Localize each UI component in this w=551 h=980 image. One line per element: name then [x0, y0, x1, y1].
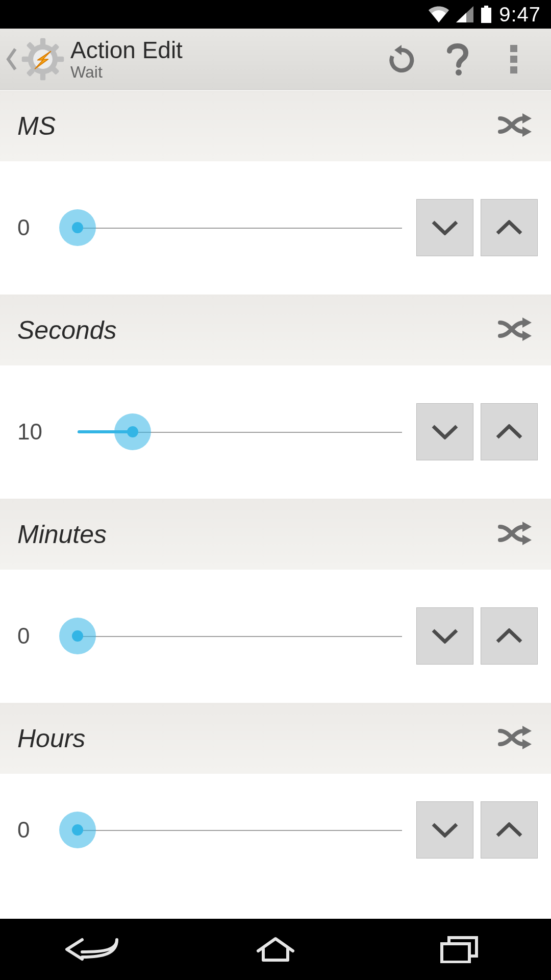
increment-button[interactable] — [481, 403, 538, 460]
shuffle-icon[interactable] — [498, 521, 534, 548]
increment-button[interactable] — [481, 607, 538, 665]
help-button[interactable] — [430, 29, 486, 90]
param-label: Seconds — [17, 315, 498, 345]
increment-button[interactable] — [481, 199, 538, 256]
svg-rect-5 — [22, 56, 29, 61]
svg-rect-0 — [484, 6, 488, 8]
svg-rect-1 — [481, 8, 491, 23]
param-minutes: Minutes 0 — [0, 498, 551, 702]
svg-rect-3 — [40, 38, 45, 45]
svg-rect-15 — [510, 66, 517, 74]
page-title: Action Edit — [70, 36, 373, 64]
svg-rect-6 — [57, 56, 64, 61]
svg-point-12 — [456, 69, 462, 76]
decrement-button[interactable] — [416, 199, 473, 256]
decrement-button[interactable] — [416, 607, 473, 665]
overflow-menu-button[interactable] — [486, 29, 542, 90]
slider[interactable] — [78, 621, 402, 651]
param-hours: Hours 0 — [0, 702, 551, 886]
android-nav-bar — [0, 919, 551, 980]
svg-rect-13 — [510, 45, 517, 52]
slider[interactable] — [78, 416, 402, 447]
status-time: 9:47 — [499, 3, 541, 26]
tasker-app-icon[interactable] — [19, 36, 66, 83]
param-value: 0 — [17, 215, 63, 240]
param-seconds: Seconds 10 — [0, 294, 551, 498]
param-label: MS — [17, 111, 498, 141]
param-value: 10 — [17, 419, 63, 445]
nav-recents-button[interactable] — [408, 919, 510, 980]
cell-signal-icon — [456, 6, 473, 22]
shuffle-icon[interactable] — [498, 316, 534, 344]
content-scroll[interactable]: MS 0 Seconds — [0, 90, 551, 919]
back-button[interactable] — [4, 29, 19, 90]
shuffle-icon[interactable] — [498, 112, 534, 140]
nav-back-button[interactable] — [41, 919, 143, 980]
param-value: 0 — [17, 623, 63, 649]
wifi-icon — [429, 6, 449, 22]
android-status-bar: 9:47 — [0, 0, 551, 29]
param-value: 0 — [17, 817, 63, 843]
decrement-button[interactable] — [416, 403, 473, 460]
shuffle-icon[interactable] — [498, 725, 534, 752]
svg-rect-17 — [442, 944, 469, 962]
app-bar: Action Edit Wait — [0, 29, 551, 90]
slider[interactable] — [78, 212, 402, 243]
decrement-button[interactable] — [416, 801, 473, 859]
battery-icon — [481, 6, 492, 23]
increment-button[interactable] — [481, 801, 538, 859]
param-label: Hours — [17, 724, 498, 753]
undo-button[interactable] — [373, 29, 430, 90]
param-ms: MS 0 — [0, 90, 551, 294]
svg-rect-14 — [510, 56, 517, 63]
nav-home-button[interactable] — [224, 919, 327, 980]
param-label: Minutes — [17, 520, 498, 549]
page-subtitle: Wait — [70, 63, 373, 82]
slider[interactable] — [78, 815, 402, 845]
svg-rect-4 — [40, 73, 45, 80]
